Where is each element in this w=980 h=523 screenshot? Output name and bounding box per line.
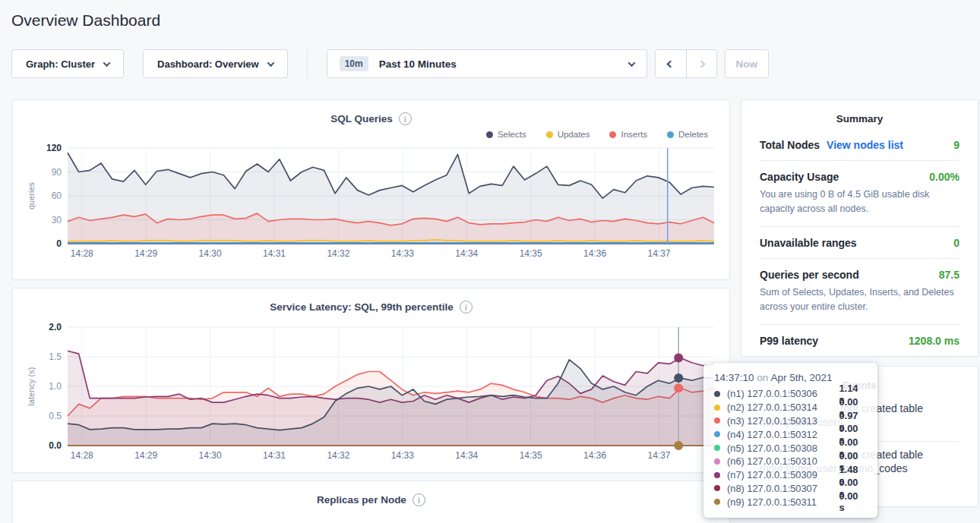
series-color-dot — [714, 458, 720, 465]
summary-panel: Summary Total Nodes View nodes list 9 Ca… — [741, 99, 978, 357]
series-color-dot — [714, 391, 720, 397]
replicas-chart-card: Replicas per Node i — [12, 480, 730, 523]
chevron-right-icon — [697, 60, 705, 68]
sql-queries-chart-title-row: SQL Queries i — [13, 100, 729, 125]
dashboard-dropdown-label: Dashboard: Overview — [157, 58, 259, 70]
svg-text:14:37: 14:37 — [647, 450, 670, 461]
latency-chart[interactable]: 0.00.51.01.52.014:2814:2914:3014:3114:32… — [25, 320, 719, 464]
chart-title: Replicas per Node — [317, 494, 406, 506]
info-icon[interactable]: i — [460, 301, 473, 313]
svg-text:14:33: 14:33 — [391, 450, 414, 461]
svg-text:14:32: 14:32 — [327, 450, 349, 461]
svg-text:120: 120 — [46, 143, 62, 153]
svg-text:30: 30 — [52, 215, 62, 225]
queries-per-second-description: Sum of Selects, Updates, Inserts, and De… — [760, 285, 959, 315]
graph-dropdown[interactable]: Graph: Cluster — [11, 49, 124, 78]
sql-queries-chart[interactable]: 030609012014:2814:2914:3014:3114:3214:33… — [25, 140, 719, 262]
svg-text:90: 90 — [52, 167, 62, 178]
tooltip-node-value: 0.00 s — [839, 490, 865, 513]
svg-text:14:29: 14:29 — [134, 450, 157, 461]
svg-text:latency (s): latency (s) — [27, 367, 36, 406]
time-range-badge: 10m — [340, 56, 368, 71]
sql-queries-chart-card: SQL Queries i SelectsUpdatesInsertsDelet… — [12, 99, 730, 280]
tooltip-node-address: (n8) 127.0.0.1:50307 — [727, 483, 839, 494]
time-back-button[interactable] — [656, 50, 686, 77]
capacity-usage-label: Capacity Usage — [760, 171, 839, 183]
tooltip-node-address: (n2) 127.0.0.1:50314 — [727, 402, 839, 413]
svg-text:14:37: 14:37 — [647, 248, 670, 259]
svg-text:0.5: 0.5 — [49, 411, 62, 421]
chart-title: Service Latency: SQL, 99th percentile — [270, 301, 454, 313]
svg-text:14:28: 14:28 — [71, 248, 93, 259]
p99-latency-value: 1208.0 ms — [909, 335, 959, 347]
graph-dropdown-label: Graph: Cluster — [26, 58, 95, 70]
unavailable-ranges-row: Unavailable ranges 0 — [760, 227, 959, 259]
svg-text:queries: queries — [27, 181, 36, 210]
legend-item-inserts[interactable]: Inserts — [609, 130, 647, 139]
svg-text:14:35: 14:35 — [520, 450, 542, 461]
latency-chart-card: Service Latency: SQL, 99th percentile i … — [12, 288, 730, 473]
info-icon[interactable]: i — [399, 112, 412, 125]
legend-item-selects[interactable]: Selects — [486, 130, 526, 139]
chevron-down-icon — [267, 59, 274, 67]
summary-header: Summary — [760, 100, 959, 129]
capacity-usage-description: You are using 0 B of 4.5 GiB usable disk… — [760, 187, 959, 217]
page-title: Overview Dashboard — [0, 0, 980, 30]
total-nodes-label: Total Nodes — [760, 139, 820, 151]
legend-label: Selects — [498, 130, 526, 139]
svg-text:1.0: 1.0 — [49, 381, 62, 392]
series-color-dot — [609, 131, 616, 138]
svg-text:60: 60 — [52, 191, 62, 201]
charts-column: SQL Queries i SelectsUpdatesInsertsDelet… — [12, 99, 730, 523]
svg-text:14:32: 14:32 — [327, 248, 349, 259]
legend-item-deletes[interactable]: Deletes — [667, 130, 708, 139]
unavailable-ranges-value: 0 — [953, 237, 959, 249]
tooltip-node-address: (n6) 127.0.0.1:50310 — [727, 455, 839, 467]
svg-text:14:30: 14:30 — [199, 450, 222, 461]
info-icon[interactable]: i — [413, 493, 425, 506]
chevron-down-icon — [103, 59, 111, 67]
legend-item-updates[interactable]: Updates — [546, 130, 590, 139]
dashboard-dropdown[interactable]: Dashboard: Overview — [143, 49, 288, 78]
svg-text:14:31: 14:31 — [263, 450, 286, 461]
tooltip-node-address: (n4) 127.0.0.1:50312 — [727, 429, 839, 440]
p99-latency-row: P99 latency 1208.0 ms — [760, 325, 959, 356]
time-step-buttons — [655, 49, 717, 78]
svg-text:0.0: 0.0 — [49, 440, 62, 451]
legend-label: Inserts — [621, 130, 647, 139]
tooltip-node-address: (n3) 127.0.0.1:50313 — [727, 415, 839, 427]
tooltip-node-address: (n1) 127.0.0.1:50306 — [727, 388, 839, 399]
series-color-dot — [714, 485, 720, 491]
svg-text:14:30: 14:30 — [199, 248, 222, 259]
svg-text:14:36: 14:36 — [583, 450, 606, 461]
series-color-dot — [714, 431, 720, 437]
now-button[interactable]: Now — [725, 49, 769, 78]
chart-hover-tooltip: 14:37:10 on Apr 5th, 2021 (n1) 127.0.0.1… — [703, 363, 877, 518]
queries-per-second-label: Queries per second — [760, 269, 859, 281]
total-nodes-row: Total Nodes View nodes list 9 — [760, 129, 959, 161]
latency-chart-title-row: Service Latency: SQL, 99th percentile i — [13, 288, 729, 313]
legend-label: Deletes — [678, 130, 708, 139]
time-range-dropdown[interactable]: 10m Past 10 Minutes — [327, 49, 647, 78]
legend-label: Updates — [558, 130, 590, 139]
svg-text:1.5: 1.5 — [49, 351, 62, 362]
svg-text:14:34: 14:34 — [455, 248, 478, 259]
unavailable-ranges-label: Unavailable ranges — [760, 237, 857, 249]
svg-text:14:36: 14:36 — [583, 248, 606, 259]
tooltip-node-address: (n9) 127.0.0.1:50311 — [727, 496, 839, 508]
chevron-down-icon — [628, 59, 635, 67]
chevron-left-icon — [667, 60, 675, 68]
view-nodes-list-link[interactable]: View nodes list — [827, 139, 903, 151]
capacity-usage-row: Capacity Usage 0.00% You are using 0 B o… — [760, 161, 959, 227]
series-color-dot — [714, 472, 720, 478]
series-color-dot — [486, 131, 493, 138]
series-color-dot — [667, 131, 674, 138]
svg-text:14:31: 14:31 — [263, 248, 286, 259]
series-color-dot — [546, 131, 553, 138]
tooltip-rows: (n1) 127.0.0.1:503061.14 s(n2) 127.0.0.1… — [714, 387, 865, 509]
svg-text:14:33: 14:33 — [391, 248, 414, 259]
tooltip-node-address: (n5) 127.0.0.1:50308 — [727, 443, 839, 454]
queries-per-second-row: Queries per second 87.5 Sum of Selects, … — [760, 259, 959, 325]
series-color-dot — [714, 499, 720, 505]
time-forward-button[interactable] — [686, 50, 716, 77]
